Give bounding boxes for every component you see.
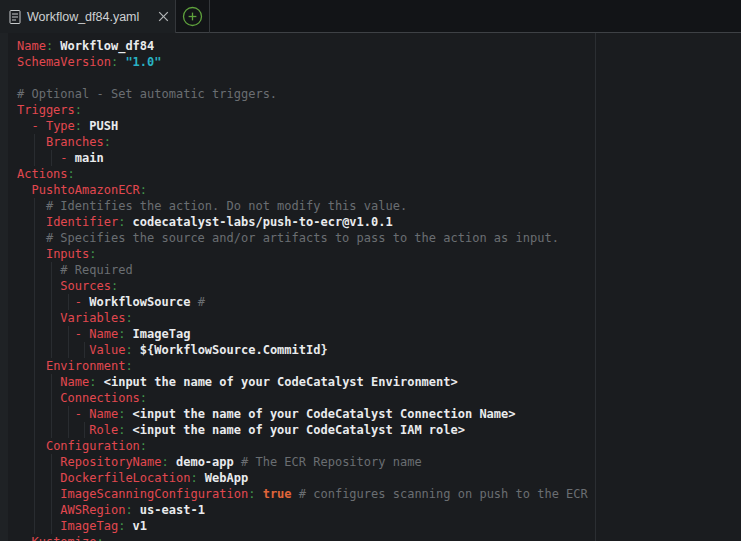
code-line: AWSRegion: us-east-1 — [0, 502, 741, 518]
code-line: Sources: — [0, 278, 741, 294]
code-line — [0, 70, 741, 86]
tab-title: Workflow_df84.yaml — [27, 10, 139, 24]
code-line: Branches: — [0, 134, 741, 150]
code-line: Role: <input the name of your CodeCataly… — [0, 422, 741, 438]
close-tab-icon[interactable] — [158, 11, 169, 22]
new-tab-button[interactable] — [176, 0, 210, 33]
code-line: # Optional - Set automatic triggers. — [0, 86, 741, 102]
code-line: Value: ${WorkflowSource.CommitId} — [0, 342, 741, 358]
code-line: # Identifies the action. Do not modify t… — [0, 198, 741, 214]
tab-bar-border — [176, 32, 741, 33]
code-line: Variables: — [0, 310, 741, 326]
code-line: Name: Workflow_df84 — [0, 38, 741, 54]
code-line: - Type: PUSH — [0, 118, 741, 134]
code-line: PushtoAmazonECR: — [0, 182, 741, 198]
code-line: Inputs: — [0, 246, 741, 262]
code-line: DockerfileLocation: WebApp — [0, 470, 741, 486]
code-line: Kustomize: — [0, 534, 741, 541]
tab-bar: Workflow_df84.yaml — [0, 0, 741, 33]
plus-circle-icon — [182, 6, 203, 27]
code-line: SchemaVersion: "1.0" — [0, 54, 741, 70]
code-line: - Name: <input the name of your CodeCata… — [0, 406, 741, 422]
code-line: Configuration: — [0, 438, 741, 454]
code-line: - WorkflowSource # — [0, 294, 741, 310]
code-line: Environment: — [0, 358, 741, 374]
code-line: Triggers: — [0, 102, 741, 118]
code-line: # Required — [0, 262, 741, 278]
code-line: Name: <input the name of your CodeCataly… — [0, 374, 741, 390]
code-editor[interactable]: Name: Workflow_df84SchemaVersion: "1.0"#… — [0, 38, 741, 541]
code-line: Identifier: codecatalyst-labs/push-to-ec… — [0, 214, 741, 230]
code-line: - main — [0, 150, 741, 166]
code-line: Actions: — [0, 166, 741, 182]
file-icon — [9, 10, 21, 24]
code-line: ImageTag: v1 — [0, 518, 741, 534]
code-line: - Name: ImageTag — [0, 326, 741, 342]
code-line: Connections: — [0, 390, 741, 406]
code-line: # Specifies the source and/or artifacts … — [0, 230, 741, 246]
code-line: RepositoryName: demo-app # The ECR Repos… — [0, 454, 741, 470]
tab-workflow-yaml[interactable]: Workflow_df84.yaml — [0, 0, 176, 33]
code-line: ImageScanningConfiguration: true # confi… — [0, 486, 741, 502]
